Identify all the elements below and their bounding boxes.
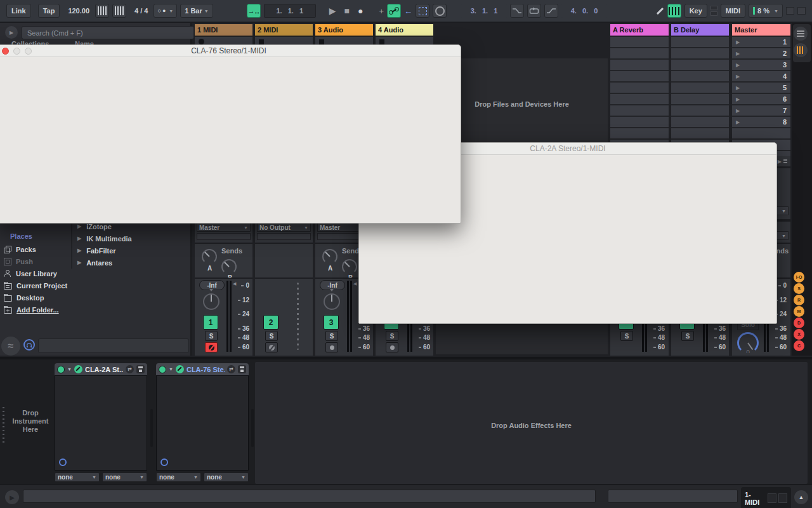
pan-knob[interactable] — [203, 293, 219, 310]
sidechain-select[interactable]: none ▼ — [204, 472, 249, 482]
solo-button[interactable]: S — [205, 331, 218, 341]
device-view-handle[interactable] — [3, 407, 4, 445]
scene-play-icon[interactable]: ▶ — [736, 39, 740, 45]
solo-button[interactable]: S — [265, 331, 278, 341]
solo-button[interactable]: S — [325, 331, 338, 341]
clip-stop-icon[interactable] — [259, 39, 264, 44]
view-toggle-button[interactable]: I-O — [794, 272, 804, 283]
scene-play-icon[interactable]: ▶ — [736, 108, 740, 114]
show-hide-detail-button[interactable]: ▲ — [794, 490, 808, 504]
status-play-icon[interactable]: ▶ — [5, 490, 19, 504]
sidebar-item-current-project[interactable]: Current Project — [4, 280, 70, 291]
view-toggle-button[interactable]: C — [794, 340, 804, 351]
track-title[interactable]: 4 Audio — [376, 24, 433, 36]
scene-play-icon[interactable]: ▶ — [736, 97, 740, 102]
scene-slot[interactable]: ▶ 4 — [732, 71, 790, 81]
gain-ring-icon[interactable] — [160, 458, 168, 466]
follow-button[interactable]: →‥ — [247, 4, 261, 18]
view-toggle-button[interactable]: X — [794, 329, 804, 340]
plugin-edit-icon[interactable] — [176, 365, 184, 373]
sidebar-item-packs[interactable]: Packs — [4, 244, 70, 255]
arrangement-view-button[interactable] — [794, 27, 808, 41]
scene-slot[interactable]: ▶ 8 — [732, 117, 790, 127]
save-preset-icon[interactable] — [238, 365, 246, 373]
midi-map-button[interactable]: MIDI — [721, 4, 745, 18]
sidechain-select[interactable]: none ▼ — [156, 472, 201, 482]
scene-slot[interactable]: ▶ 1 — [732, 37, 790, 47]
scene-play-icon[interactable]: ▶ — [736, 85, 740, 91]
arm-button[interactable] — [265, 342, 278, 352]
arm-button[interactable] — [205, 342, 218, 352]
loop-toggle-icon[interactable] — [527, 4, 541, 18]
time-signature-field[interactable]: 4 / 4 — [132, 7, 150, 15]
view-toggle-button[interactable]: D — [794, 318, 804, 328]
plugin-window-cla76[interactable]: CLA-76 Stereo/1-MIDI — [0, 44, 461, 224]
drop-instrument-zone[interactable]: Drop Instrument Here — [9, 409, 52, 434]
key-map-button[interactable]: Key — [684, 4, 707, 18]
view-toggle-button[interactable]: M — [794, 306, 804, 317]
track-title[interactable]: 3 Audio — [315, 24, 373, 36]
device-on-button[interactable] — [57, 366, 65, 373]
hot-swap-icon[interactable]: ⇄ — [126, 365, 134, 373]
browser-folder-row[interactable]: ▶ FabFilter — [72, 244, 192, 257]
metronome-toggle[interactable]: ○ ● ▼ — [154, 4, 177, 18]
sidechain-select[interactable]: none ▼ — [102, 472, 147, 482]
track-title[interactable]: 1 MIDI — [195, 24, 252, 36]
output-chooser[interactable]: Master ▼ — [197, 223, 251, 232]
output-sub-chooser[interactable] — [257, 233, 311, 240]
play-button[interactable]: ▶ — [329, 6, 336, 15]
punch-out-icon[interactable] — [544, 4, 558, 18]
track-title[interactable]: A Reverb — [610, 24, 669, 36]
arm-button[interactable] — [325, 342, 338, 352]
preview-tab[interactable] — [38, 338, 189, 353]
sidebar-item-add-folder[interactable]: Add Folder... — [4, 304, 70, 315]
draw-frame-icon[interactable] — [416, 4, 429, 18]
sidebar-item-desktop[interactable]: Desktop — [4, 292, 70, 303]
clip-stop-icon[interactable] — [199, 39, 204, 44]
device-fold-icon[interactable]: ▼ — [169, 367, 173, 371]
tempo-field[interactable]: 120.00 — [65, 7, 92, 15]
window-title-bar[interactable]: CLA-76 Stereo/1-MIDI — [0, 45, 461, 57]
send-b-knob[interactable] — [221, 259, 237, 274]
hot-swap-icon[interactable]: ⇄ — [227, 365, 235, 373]
solo-button[interactable]: S — [620, 331, 633, 341]
view-toggle-button[interactable]: S — [794, 283, 804, 294]
stop-button[interactable]: ■ — [344, 6, 350, 15]
punch-in-icon[interactable] — [510, 4, 524, 18]
tap-tempo-button[interactable]: Tap — [38, 4, 60, 18]
back-to-arrangement-button[interactable]: ← — [404, 6, 412, 16]
device-fold-icon[interactable]: ▼ — [67, 367, 72, 371]
link-button[interactable]: Link — [6, 4, 31, 18]
clip-stop-icon[interactable] — [379, 39, 384, 44]
new-midi-clip-button[interactable]: + — [379, 7, 384, 15]
output-sub-chooser[interactable] — [197, 233, 251, 240]
arm-button[interactable] — [386, 342, 398, 352]
track-activator[interactable]: 2 — [263, 315, 278, 330]
save-preset-icon[interactable] — [136, 365, 145, 373]
track-activator[interactable]: 1 — [203, 315, 218, 330]
expand-arrow-icon[interactable]: ▶ — [77, 224, 81, 229]
close-icon[interactable] — [2, 48, 9, 55]
browser-folder-row[interactable]: ▶ IK Multimedia — [72, 232, 192, 244]
sidechain-select[interactable]: none ▼ — [55, 472, 100, 482]
session-view-button[interactable] — [794, 43, 808, 57]
draw-mode-pencil-icon[interactable] — [657, 7, 664, 14]
solo-button[interactable]: S — [681, 331, 694, 341]
pan-knob[interactable] — [324, 293, 340, 310]
device-title-bar[interactable]: ▼ CLA-76 Ste... ⇄ — [156, 363, 249, 375]
device-title-bar[interactable]: ▼ CLA-2A St... ⇄ — [55, 363, 147, 375]
cpu-load-meter[interactable]: 8 % ▼ — [749, 4, 783, 18]
solo-button[interactable]: S — [386, 331, 398, 341]
scene-play-icon[interactable]: ▶ — [736, 119, 740, 125]
record-button[interactable]: ● — [358, 6, 363, 15]
track-title[interactable]: Master — [732, 24, 790, 36]
preview-play-icon[interactable]: ▶ — [5, 26, 18, 39]
device-on-button[interactable] — [159, 366, 166, 373]
quantization-menu[interactable]: 1 Bar ▼ — [180, 4, 213, 18]
search-input[interactable] — [22, 26, 194, 39]
clip-stop-icon[interactable] — [319, 39, 324, 44]
scene-slot[interactable]: ▶ 2 — [732, 48, 790, 58]
track-title[interactable]: 2 MIDI — [255, 24, 313, 36]
nudge-up-icon[interactable] — [112, 4, 126, 18]
send-a-knob[interactable] — [322, 249, 337, 264]
